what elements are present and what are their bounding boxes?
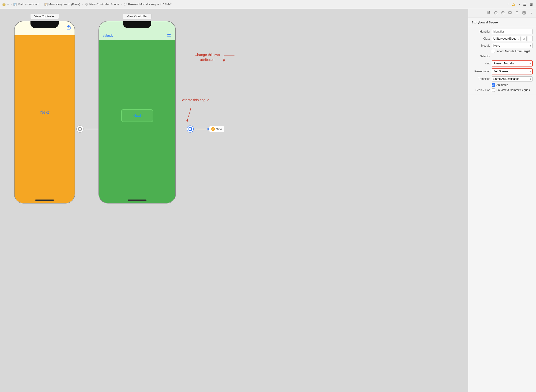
segue-right: ◎ Side bbox=[187, 126, 224, 133]
center-next-button[interactable]: Next bbox=[121, 109, 153, 122]
top-bar: ls › Main.storyboard › Main.storyboard (… bbox=[0, 0, 536, 9]
svg-rect-10 bbox=[125, 4, 126, 5]
nav-forward-btn[interactable]: › bbox=[518, 2, 521, 7]
segue-left-circle bbox=[77, 126, 83, 133]
folder-icon bbox=[2, 3, 6, 6]
svg-text:?: ? bbox=[502, 12, 504, 14]
peek-pop-row: Peek & Pop Preview & Commit Segues bbox=[468, 88, 536, 93]
identifier-row: Identifier bbox=[468, 28, 536, 35]
center-phone-notch bbox=[123, 21, 151, 28]
left-phone-bottom bbox=[14, 189, 75, 203]
panel-clock-icon[interactable] bbox=[493, 10, 499, 16]
panel-grid-icon[interactable] bbox=[521, 10, 527, 16]
panel-question-icon[interactable]: ? bbox=[500, 10, 506, 16]
presentation-label: Presentation bbox=[472, 70, 490, 73]
svg-rect-26 bbox=[524, 11, 526, 13]
nav-menu-btn[interactable]: ☰ bbox=[522, 2, 527, 7]
animates-checkbox[interactable] bbox=[492, 83, 495, 87]
inherit-module-row: Inherit Module From Target bbox=[468, 49, 536, 53]
breadcrumb-ls[interactable]: ls bbox=[2, 3, 9, 6]
animates-label: Animates bbox=[496, 83, 508, 87]
svg-rect-27 bbox=[523, 13, 524, 14]
nav-grid-btn[interactable]: ⊞ bbox=[529, 2, 534, 7]
breadcrumb-segue[interactable]: Present Modally segue to "Side" bbox=[124, 3, 172, 6]
class-label: Class bbox=[472, 37, 490, 40]
class-field-wrapper: UIStoryboardSegue ⌃ ⌄ ⊕ ▲ ▼ bbox=[492, 36, 533, 41]
svg-rect-0 bbox=[3, 4, 5, 6]
svg-rect-28 bbox=[524, 13, 526, 14]
center-phone-frame: ‹ Back Next bbox=[98, 21, 176, 204]
peek-pop-value: Preview & Commit Segues bbox=[496, 89, 530, 92]
animates-row: Animates bbox=[468, 82, 536, 88]
presentation-select[interactable]: Default Full Screen Page Sheet Form Shee… bbox=[492, 69, 532, 74]
share-icon-area[interactable] bbox=[66, 25, 71, 31]
svg-point-9 bbox=[124, 3, 127, 6]
class-badge[interactable]: ⊕ bbox=[522, 36, 527, 41]
class-stepper[interactable]: ▲ ▼ bbox=[527, 36, 533, 41]
left-phone-container: View Controller Next bbox=[14, 14, 75, 204]
back-chevron: ‹ bbox=[103, 33, 104, 38]
breadcrumb-scene[interactable]: View Controller Scene bbox=[85, 3, 119, 6]
identifier-input[interactable] bbox=[492, 29, 533, 34]
kind-select[interactable]: Show Show Detail Present Modally Present… bbox=[492, 61, 532, 66]
panel-monitor-icon[interactable] bbox=[507, 10, 513, 16]
nav-warning-btn[interactable]: ⚠ bbox=[511, 2, 516, 7]
breadcrumb-sep-1: › bbox=[42, 3, 43, 6]
main-area: View Controller Next bbox=[0, 9, 536, 392]
svg-rect-22 bbox=[509, 11, 511, 14]
transition-row: Transition Default Flip Horizontal Cross… bbox=[468, 75, 536, 82]
left-phone-notch bbox=[30, 21, 59, 28]
class-select-wrapper: UIStoryboardSegue ⌃ ⌄ bbox=[492, 36, 521, 41]
class-row: Class UIStoryboardSegue ⌃ ⌄ ⊕ ▲ ▼ bbox=[468, 35, 536, 42]
segue-left bbox=[77, 126, 100, 133]
scene-icon bbox=[85, 3, 88, 6]
peek-pop-checkbox[interactable] bbox=[492, 89, 495, 92]
breadcrumb-main-base[interactable]: Main.storyboard (Base) bbox=[44, 3, 80, 6]
right-panel: ? Storyboard Segue Identifier bbox=[468, 9, 536, 392]
side-yellow-dot: ◎ bbox=[211, 127, 215, 131]
kind-select-wrapper: Show Show Detail Present Modally Present… bbox=[492, 61, 533, 66]
segue-right-line bbox=[194, 129, 209, 129]
download-icon bbox=[167, 32, 172, 37]
svg-rect-5 bbox=[45, 3, 46, 5]
presentation-select-wrapper: Default Full Screen Page Sheet Form Shee… bbox=[492, 68, 533, 75]
svg-rect-8 bbox=[85, 3, 87, 5]
class-select[interactable]: UIStoryboardSegue bbox=[492, 36, 521, 41]
share-icon bbox=[66, 25, 71, 30]
identifier-label: Identifier bbox=[472, 30, 490, 33]
canvas: View Controller Next bbox=[0, 9, 468, 392]
breadcrumb-sep-2: › bbox=[82, 3, 83, 6]
segue-right-arrowhead bbox=[207, 128, 209, 131]
inherit-module-checkbox[interactable] bbox=[492, 50, 495, 53]
selector-label: Selector bbox=[472, 55, 490, 58]
storyboard-icon bbox=[13, 3, 17, 6]
segue-right-square bbox=[188, 127, 192, 131]
center-phone-bottom bbox=[99, 191, 175, 203]
top-bar-right: ‹ ⚠ › ☰ ⊞ bbox=[507, 2, 534, 7]
svg-rect-25 bbox=[523, 11, 524, 13]
breadcrumb-main-storyboard[interactable]: Main.storyboard bbox=[13, 3, 39, 6]
segue-icon bbox=[124, 3, 127, 6]
left-phone-label: View Controller bbox=[30, 14, 59, 19]
panel-bookmark-icon[interactable] bbox=[514, 10, 520, 16]
panel-arrow-right-icon[interactable] bbox=[528, 10, 534, 16]
center-home-bar bbox=[128, 200, 147, 201]
storyboard-base-icon bbox=[44, 3, 48, 6]
kind-row: Kind Show Show Detail Present Modally Pr… bbox=[468, 60, 536, 67]
panel-doc-icon[interactable] bbox=[486, 10, 492, 16]
annotation-change-attrs: Change this two attributes bbox=[195, 52, 220, 62]
module-select[interactable]: None bbox=[492, 43, 533, 48]
annotation-select-segue: Selecte this segue bbox=[181, 98, 209, 102]
transition-select-wrapper: Default Flip Horizontal Cross Dissolve P… bbox=[492, 76, 533, 81]
segue-right-circle[interactable] bbox=[187, 126, 194, 133]
center-phone-container: View Controller ‹ Back bbox=[98, 14, 176, 204]
nav-back-btn[interactable]: ‹ bbox=[507, 2, 509, 7]
segue-left-line bbox=[83, 129, 100, 129]
breadcrumb-sep-0: › bbox=[10, 3, 11, 6]
back-button[interactable]: ‹ Back bbox=[103, 33, 113, 38]
transition-select[interactable]: Default Flip Horizontal Cross Dissolve P… bbox=[492, 76, 533, 81]
selector-row: Selector bbox=[468, 53, 536, 60]
left-next-text[interactable]: Next bbox=[40, 110, 49, 115]
center-phone-top-right bbox=[167, 32, 172, 38]
left-phone-body: Next bbox=[14, 35, 75, 189]
